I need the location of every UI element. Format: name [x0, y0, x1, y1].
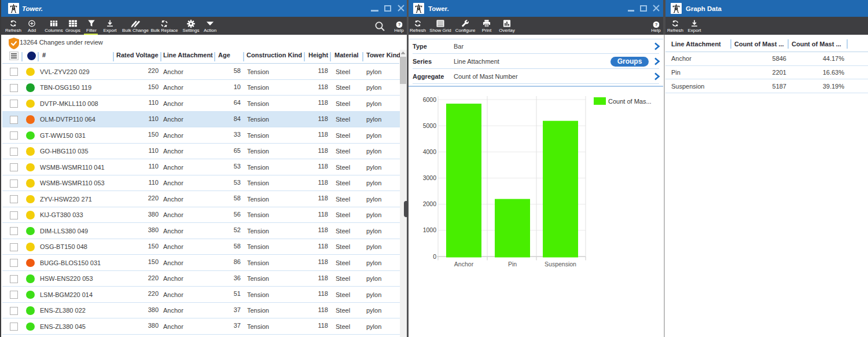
svg-text:6000: 6000	[423, 96, 437, 103]
svg-text:5000: 5000	[423, 122, 437, 129]
svg-text:1000: 1000	[423, 226, 437, 233]
svg-text:?: ?	[398, 22, 400, 27]
svg-text:Suspension: Suspension	[545, 261, 576, 268]
svg-text:?: ?	[654, 22, 657, 27]
svg-text:Count of Mas...: Count of Mas...	[608, 98, 652, 105]
svg-text:Anchor: Anchor	[454, 261, 474, 268]
svg-text:4000: 4000	[423, 148, 437, 155]
svg-text:Pin: Pin	[508, 261, 517, 268]
svg-text:3000: 3000	[423, 174, 437, 181]
svg-text:2000: 2000	[423, 200, 437, 207]
